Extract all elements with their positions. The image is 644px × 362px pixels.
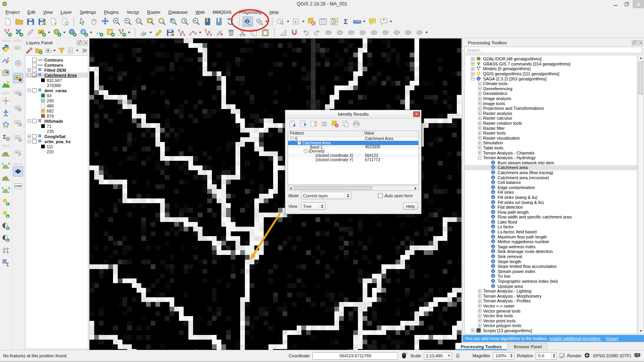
algorithm-group-row[interactable]: +Table tools <box>465 146 637 151</box>
save-layer-edits-button[interactable] <box>165 27 175 38</box>
menu-mmqgis[interactable]: MMQGIS <box>209 9 235 16</box>
filter-legend-button[interactable] <box>57 46 66 55</box>
layer-visibility-checkbox[interactable] <box>32 58 36 62</box>
rotation-stepper[interactable]: 0.0 <box>536 352 557 360</box>
algorithm-group-row[interactable]: +Raster filter <box>465 126 637 131</box>
layer-visibility-checkbox[interactable] <box>32 119 36 123</box>
open-attribute-table-button[interactable] <box>317 16 328 27</box>
new-virtual-layer-button[interactable] <box>117 27 127 38</box>
increase-contrast-button[interactable] <box>1 221 11 231</box>
layer-row[interactable]: Contours <box>26 62 88 67</box>
expander-icon[interactable]: − <box>27 140 31 143</box>
hscroll-thumb[interactable] <box>294 186 372 190</box>
cut-features-button[interactable] <box>237 27 248 38</box>
dropdown-arrow-icon[interactable] <box>63 32 66 33</box>
accessibility-tool-button[interactable] <box>1 108 11 118</box>
expander-icon[interactable]: + <box>478 131 482 135</box>
layer-visibility-checkbox[interactable] <box>32 63 36 67</box>
layer-row[interactable]: −dem_caraa <box>26 88 88 93</box>
auto-open-form-checkbox[interactable] <box>378 193 383 198</box>
zoom-next-button[interactable] <box>191 16 201 27</box>
algorithm-row[interactable]: SEdge contamination <box>465 185 637 190</box>
map-tips-button[interactable] <box>367 16 378 27</box>
collapse-tree-button[interactable] <box>299 120 308 128</box>
change-label-button[interactable]: abc <box>13 147 23 158</box>
algorithm-row[interactable]: STopographic wetness index (twi) <box>465 279 637 284</box>
layer-row[interactable]: −srtm_poa_hs <box>26 139 88 144</box>
provider-row[interactable]: +GDALGDAL/OGR [48 geoalgorithms] <box>465 56 637 62</box>
algorithm-row[interactable]: SMaximum flow path length <box>465 234 637 239</box>
algorithm-group-row[interactable]: +Simulation <box>465 140 637 146</box>
new-project-button[interactable] <box>2 16 13 27</box>
dropdown-arrow-icon[interactable] <box>363 21 365 22</box>
algorithm-row[interactable]: SFlow path length <box>465 209 637 215</box>
algorithm-group-row[interactable]: +Raster analysis <box>465 111 637 116</box>
add-classified-layer-button[interactable]: ab <box>36 27 47 38</box>
algorithm-row[interactable]: SFlow width and specific catchment area <box>465 215 637 220</box>
scroll-left-icon[interactable] <box>288 186 293 190</box>
coordinate-capture-button[interactable] <box>1 96 11 106</box>
measure-button[interactable] <box>352 16 362 27</box>
pan-to-selection-button[interactable] <box>100 16 110 27</box>
save-project-as-button[interactable] <box>36 16 47 27</box>
layer-labeling-options-button[interactable]: abc <box>13 43 23 53</box>
expander-icon[interactable]: + <box>478 116 482 120</box>
pan-map-button[interactable] <box>88 16 99 27</box>
identify-result-row[interactable]: −(Derived) <box>288 149 418 153</box>
simplify-feature-button[interactable] <box>334 27 345 38</box>
algorithm-group-row[interactable]: +Raster calculus <box>465 116 637 121</box>
panel-float-icon[interactable] <box>632 40 637 45</box>
column-header-value[interactable]: Value <box>363 131 418 136</box>
expander-icon[interactable]: + <box>478 304 482 307</box>
deselect-all-button[interactable] <box>306 16 317 27</box>
move-feature-button[interactable] <box>203 27 213 38</box>
scrollbar-thumb[interactable] <box>639 62 643 95</box>
scroll-up-icon[interactable] <box>638 55 643 61</box>
panel-close-icon[interactable] <box>638 40 643 45</box>
local-histogram-stretch-button[interactable] <box>1 148 11 158</box>
dropdown-arrow-icon[interactable] <box>199 32 201 33</box>
provider-row[interactable]: +GRASS GIS 7 commands [314 geoalgorithms… <box>465 62 637 67</box>
select-by-expression-button[interactable]: ε <box>291 16 301 27</box>
new-print-composer-button[interactable] <box>48 16 58 27</box>
expander-icon[interactable]: + <box>478 314 482 318</box>
dropdown-arrow-icon[interactable] <box>390 21 392 22</box>
filter-by-expression-button[interactable]: ε <box>67 46 75 55</box>
offset-curve-button[interactable] <box>391 27 402 38</box>
algorithm-row[interactable]: SFill sinks <box>465 190 637 195</box>
add-vector-layer-button[interactable] <box>25 27 36 38</box>
identify-result-row[interactable]: −0Catchment Area <box>288 136 418 141</box>
identify-result-row[interactable]: (clicked coordinate X)564123 <box>288 153 418 158</box>
layer-visibility-checkbox[interactable] <box>32 88 36 93</box>
field-calculator-button[interactable] <box>329 16 339 27</box>
algorithm-group-row[interactable]: +Terrain Analysis - Profiles <box>465 298 637 304</box>
python-console-button[interactable] <box>1 43 11 53</box>
restore-button[interactable] <box>621 0 633 8</box>
algorithm-row[interactable]: STci low <box>465 274 637 279</box>
algorithm-group-row[interactable]: +Vector polygon tools <box>465 323 637 328</box>
layer-row[interactable]: −Catchment Area <box>26 73 88 78</box>
select-features-button[interactable] <box>275 16 286 27</box>
expander-icon[interactable]: − <box>471 77 474 80</box>
zoom-last-button[interactable] <box>179 16 190 27</box>
menu-web[interactable]: Web <box>192 9 208 16</box>
add-circular-string-button[interactable] <box>188 27 198 38</box>
expander-icon[interactable]: + <box>478 136 482 140</box>
expander-icon[interactable]: + <box>471 67 474 71</box>
algorithm-row[interactable]: SLake flood <box>465 220 637 225</box>
algorithm-group-row[interactable]: +Image analysis <box>465 96 637 101</box>
layer-row[interactable]: +Filled DEM <box>26 67 88 73</box>
identify-result-row[interactable]: Band 14523335 <box>288 145 418 149</box>
full-histogram-stretch-button[interactable] <box>1 160 11 171</box>
menu-view[interactable]: View <box>39 9 57 16</box>
decrease-contrast-button[interactable] <box>1 233 11 244</box>
algorithm-row[interactable]: SLs-factor, field based <box>465 229 637 235</box>
copy-features-button[interactable] <box>248 27 259 38</box>
dropdown-arrow-icon[interactable] <box>287 21 289 22</box>
algorithm-group-row[interactable]: +Vector point tools <box>465 318 637 323</box>
toolbox-scrollbar[interactable] <box>638 55 644 334</box>
algorithm-row[interactable]: SCatchment area <box>465 165 637 170</box>
expander-icon[interactable]: − <box>27 73 31 77</box>
zoom-in-button[interactable] <box>111 16 122 27</box>
menu-vector[interactable]: Vector <box>122 9 143 16</box>
